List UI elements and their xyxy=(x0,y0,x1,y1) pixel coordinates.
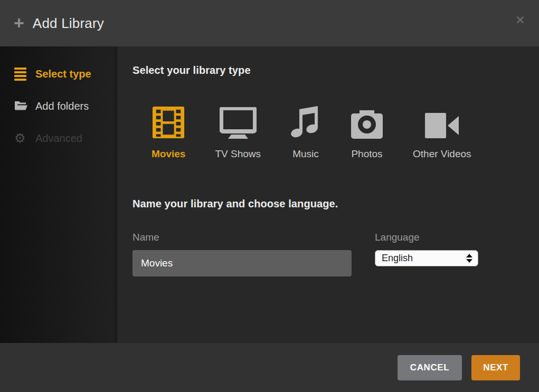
library-name-input[interactable] xyxy=(133,250,352,276)
sidebar-item-label: Add folders xyxy=(35,100,89,112)
dialog-footer: CANCEL NEXT xyxy=(0,343,539,392)
camera-icon xyxy=(351,106,383,139)
video-camera-icon xyxy=(424,106,459,139)
select-stepper-arrows-icon xyxy=(466,254,472,263)
sidebar-item-label: Select type xyxy=(35,68,91,80)
cancel-button[interactable]: CANCEL xyxy=(398,355,462,380)
music-note-icon xyxy=(290,106,321,139)
wizard-steps-sidebar: Select type Add folders ⚙ Advanced xyxy=(0,46,117,343)
library-type-label: Music xyxy=(292,148,319,160)
add-library-dialog: + Add Library ✕ Select type Add folders xyxy=(0,0,539,392)
language-selected-value: English xyxy=(382,253,466,264)
dialog-title: Add Library xyxy=(33,15,104,32)
library-type-label: Other Videos xyxy=(413,148,471,160)
next-button[interactable]: NEXT xyxy=(471,355,520,380)
dialog-body: Select type Add folders ⚙ Advanced xyxy=(0,46,539,343)
library-type-music[interactable]: Music xyxy=(290,106,321,160)
name-language-fields: Name Language English xyxy=(133,232,539,276)
sidebar-item-label: Advanced xyxy=(35,132,82,145)
language-field-label: Language xyxy=(375,232,478,243)
library-type-movies[interactable]: Movies xyxy=(152,106,185,160)
folder-open-icon xyxy=(14,100,30,112)
select-type-panel: Select your library type xyxy=(117,46,539,343)
add-icon: + xyxy=(14,14,24,32)
name-field-label: Name xyxy=(133,232,352,243)
library-type-label: TV Shows xyxy=(215,148,261,160)
sidebar-item-advanced: ⚙ Advanced xyxy=(0,128,117,149)
language-select[interactable]: English xyxy=(375,250,478,266)
tv-monitor-icon xyxy=(220,106,257,139)
library-type-label: Photos xyxy=(351,148,382,160)
library-type-picker: Movies TV Shows xyxy=(152,106,539,160)
dialog-header: + Add Library ✕ xyxy=(0,0,539,46)
library-type-tv-shows[interactable]: TV Shows xyxy=(215,106,261,160)
movies-film-icon xyxy=(152,106,185,139)
close-icon[interactable]: ✕ xyxy=(515,14,525,26)
name-language-heading: Name your library and choose language. xyxy=(133,198,539,210)
library-type-other-videos[interactable]: Other Videos xyxy=(413,106,471,160)
gear-icon: ⚙ xyxy=(14,132,30,145)
sidebar-item-select-type[interactable]: Select type xyxy=(0,63,117,84)
sidebar-item-add-folders[interactable]: Add folders xyxy=(0,95,117,117)
library-type-label: Movies xyxy=(152,148,185,160)
library-type-photos[interactable]: Photos xyxy=(351,106,383,160)
select-type-icon xyxy=(14,68,30,81)
library-type-heading: Select your library type xyxy=(133,64,539,77)
